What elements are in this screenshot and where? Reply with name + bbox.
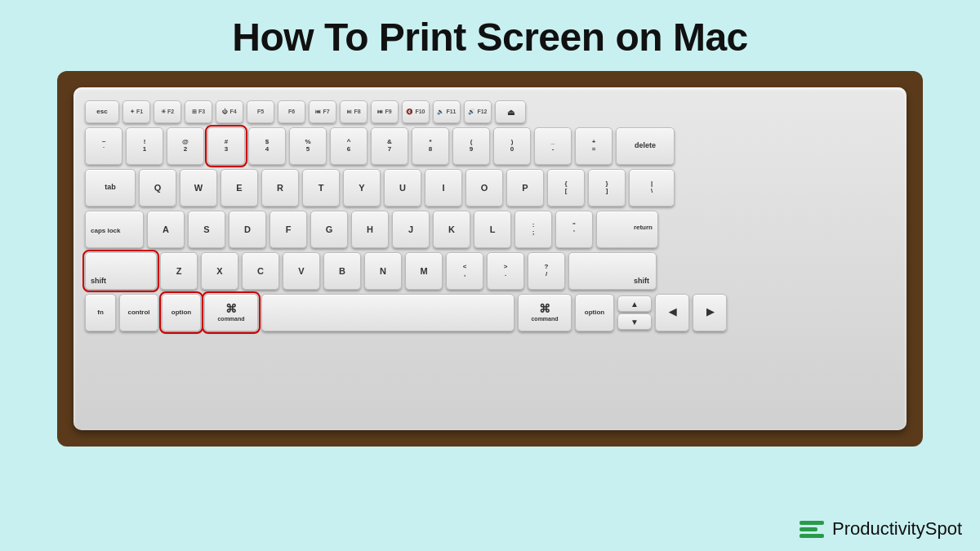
key-f8: ⏯ F8	[340, 100, 368, 123]
key-2: @2	[167, 127, 204, 165]
key-n: N	[364, 252, 402, 290]
key-capslock: caps lock	[85, 211, 144, 248]
key-f9: ⏭ F9	[371, 100, 399, 123]
key-command-right: ⌘ command	[518, 294, 572, 331]
key-f12: 🔊 F12	[464, 100, 492, 123]
key-t: T	[302, 169, 340, 207]
key-control: control	[119, 294, 158, 331]
key-minus: _-	[534, 127, 572, 165]
page-title: How To Print Screen on Mac	[232, 15, 748, 60]
key-0: )0	[493, 127, 531, 165]
key-j: J	[392, 211, 430, 248]
key-x: X	[201, 252, 238, 290]
key-q: Q	[139, 169, 176, 207]
brand-bar-3	[800, 534, 824, 538]
key-f7: ⏮ F7	[309, 100, 336, 123]
key-u: U	[384, 169, 421, 207]
key-f1: ✦ F1	[122, 100, 150, 123]
key-d: D	[229, 211, 266, 248]
key-lbracket: {[	[547, 169, 585, 207]
brand-icon	[800, 521, 824, 538]
key-5: %5	[289, 127, 327, 165]
key-enter: return	[596, 211, 658, 248]
key-9: (9	[452, 127, 490, 165]
key-space	[261, 294, 514, 331]
key-1: !1	[126, 127, 163, 165]
brand-section: ProductivitySpot	[800, 518, 962, 540]
brand-name: ProductivitySpot	[832, 518, 962, 540]
key-esc: esc	[85, 100, 119, 123]
key-b: B	[323, 252, 361, 290]
key-a: A	[147, 211, 185, 248]
key-arrow-left: ◀	[655, 294, 689, 331]
key-3: #3	[207, 127, 245, 165]
key-option-right: option	[575, 294, 614, 331]
key-equals: +=	[575, 127, 612, 165]
key-slash: ?/	[528, 252, 565, 290]
key-delete: delete	[616, 127, 675, 165]
key-i: I	[425, 169, 462, 207]
key-4: $4	[248, 127, 286, 165]
brand-name-bold: Productivity	[832, 518, 925, 539]
key-f5: F5	[247, 100, 274, 123]
key-fn: fn	[85, 294, 116, 331]
key-v: V	[283, 252, 320, 290]
key-f6: F6	[278, 100, 305, 123]
keyboard-image: esc ✦ F1 ☀ F2 ⊞ F3 ⏻ F4 F5 F6 ⏮ F7	[57, 71, 923, 447]
key-8: *8	[412, 127, 449, 165]
key-comma: <,	[446, 252, 483, 290]
keyboard-body: esc ✦ F1 ☀ F2 ⊞ F3 ⏻ F4 F5 F6 ⏮ F7	[74, 87, 906, 430]
key-arrow-right: ▶	[693, 294, 727, 331]
bottom-key-row: fn control option ⌘ command ⌘ command	[85, 294, 895, 331]
key-semicolon: :;	[514, 211, 552, 248]
key-c: C	[242, 252, 279, 290]
key-f: F	[270, 211, 307, 248]
number-key-row: ~` !1 @2 #3 $4 %5 ^6 &7	[85, 127, 895, 165]
key-tab: tab	[85, 169, 136, 207]
key-r: R	[261, 169, 299, 207]
key-y: Y	[343, 169, 381, 207]
key-p: P	[506, 169, 544, 207]
key-l: L	[474, 211, 511, 248]
key-h: H	[351, 211, 389, 248]
key-k: K	[433, 211, 470, 248]
brand-bar-2	[800, 527, 817, 531]
zxcv-key-row: shift Z X C V B N M <,	[85, 252, 895, 290]
key-arrow-up: ▲	[617, 295, 652, 312]
key-arrow-down: ▼	[617, 313, 652, 330]
key-f2: ☀ F2	[154, 100, 181, 123]
key-e: E	[220, 169, 258, 207]
brand-name-regular: Spot	[925, 518, 962, 539]
key-7: &7	[371, 127, 408, 165]
key-m: M	[405, 252, 443, 290]
key-shift-right: shift	[568, 252, 657, 290]
key-eject: ⏏	[495, 100, 526, 123]
key-backslash: |\	[629, 169, 675, 207]
key-period: >.	[487, 252, 524, 290]
arrow-key-group: ▲ ▼	[617, 295, 652, 330]
key-g: G	[310, 211, 348, 248]
key-command-left: ⌘ command	[204, 294, 258, 331]
key-option-left: option	[162, 294, 201, 331]
key-f4: ⏻ F4	[216, 100, 243, 123]
key-o: O	[466, 169, 503, 207]
key-6: ^6	[330, 127, 368, 165]
asdf-key-row: caps lock A S D F G H J	[85, 211, 895, 248]
fn-key-row: esc ✦ F1 ☀ F2 ⊞ F3 ⏻ F4 F5 F6 ⏮ F7	[85, 100, 895, 123]
key-f10: 🔇 F10	[402, 100, 430, 123]
key-s: S	[188, 211, 225, 248]
key-tilde: ~`	[85, 127, 122, 165]
qwerty-key-row: tab Q W E R T Y U I	[85, 169, 895, 207]
key-f11: 🔉 F11	[433, 100, 461, 123]
key-f3: ⊞ F3	[185, 100, 212, 123]
key-quote: "'	[555, 211, 593, 248]
key-w: W	[180, 169, 217, 207]
key-z: Z	[160, 252, 198, 290]
key-rbracket: }]	[588, 169, 626, 207]
key-shift-left: shift	[85, 252, 157, 290]
brand-bar-1	[800, 521, 824, 525]
